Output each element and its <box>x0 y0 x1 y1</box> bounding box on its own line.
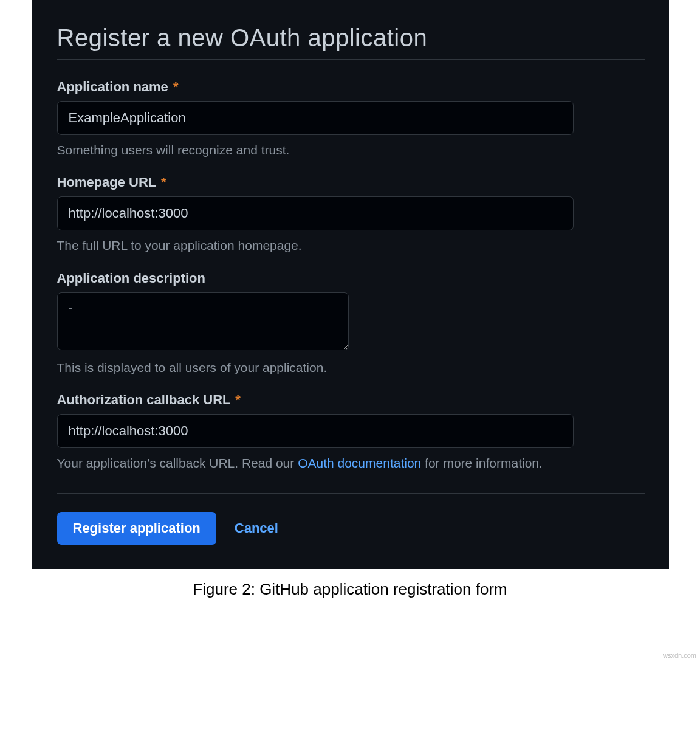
callback-url-label-text: Authorization callback URL <box>57 392 231 407</box>
required-star-icon: * <box>235 392 241 407</box>
callback-url-label: Authorization callback URL * <box>57 392 645 408</box>
field-group-callback-url: Authorization callback URL * Your applic… <box>57 392 645 472</box>
callback-url-input[interactable] <box>57 414 574 448</box>
homepage-url-help: The full URL to your application homepag… <box>57 236 645 254</box>
field-group-homepage-url: Homepage URL * The full URL to your appl… <box>57 174 645 254</box>
app-name-help: Something users will recognize and trust… <box>57 141 645 159</box>
field-group-app-name: Application name * Something users will … <box>57 79 645 159</box>
description-help: This is displayed to all users of your a… <box>57 359 645 376</box>
homepage-url-input[interactable] <box>57 196 574 230</box>
required-star-icon: * <box>173 79 179 94</box>
form-panel: Register a new OAuth application Applica… <box>32 0 669 569</box>
description-label: Application description <box>57 271 645 286</box>
form-actions: Register application Cancel <box>57 512 645 545</box>
title-divider <box>57 59 645 60</box>
homepage-url-label: Homepage URL * <box>57 174 645 190</box>
figure-caption: Figure 2: GitHub application registratio… <box>0 580 700 599</box>
app-name-input[interactable] <box>57 101 574 135</box>
app-name-label-text: Application name <box>57 79 168 94</box>
watermark-text: wsxdn.com <box>663 652 696 659</box>
description-label-text: Application description <box>57 271 205 286</box>
callback-help-prefix: Your application's callback URL. Read ou… <box>57 456 298 470</box>
register-application-button[interactable]: Register application <box>57 512 216 545</box>
description-textarea[interactable]: - <box>57 292 349 350</box>
page-title: Register a new OAuth application <box>57 24 645 59</box>
oauth-documentation-link[interactable]: OAuth documentation <box>298 456 421 470</box>
actions-divider <box>57 493 645 494</box>
callback-url-help: Your application's callback URL. Read ou… <box>57 454 645 472</box>
callback-help-suffix: for more information. <box>421 456 543 470</box>
cancel-link[interactable]: Cancel <box>235 520 278 536</box>
homepage-url-label-text: Homepage URL <box>57 174 156 190</box>
app-name-label: Application name * <box>57 79 645 95</box>
field-group-description: Application description - This is displa… <box>57 271 645 376</box>
required-star-icon: * <box>161 174 166 190</box>
